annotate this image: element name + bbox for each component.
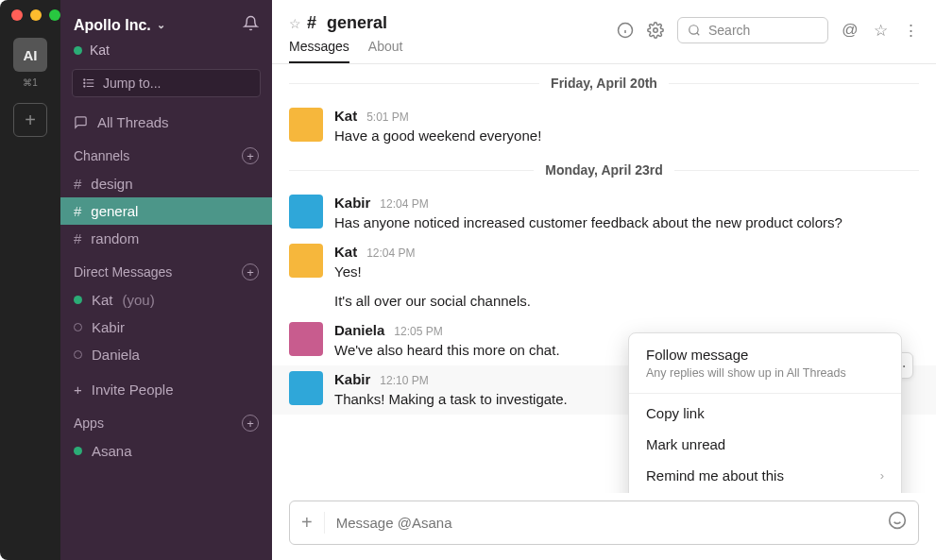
search-input[interactable]: Search — [677, 17, 828, 43]
search-placeholder: Search — [708, 23, 750, 38]
more-vertical-icon[interactable]: ⋮ — [902, 22, 919, 39]
app-item-asana[interactable]: Asana — [60, 437, 272, 465]
channel-item-design[interactable]: #design — [60, 170, 272, 197]
dm-label: Daniela — [92, 347, 140, 363]
avatar[interactable] — [289, 244, 323, 278]
workspace-shortcut-label: ⌘1 — [23, 77, 38, 88]
sidebar: Apollo Inc. ⌄ Kat Jump to... All Threads… — [60, 0, 272, 560]
info-icon[interactable] — [617, 22, 634, 39]
all-threads-link[interactable]: All Threads — [60, 109, 272, 136]
avatar[interactable] — [289, 371, 323, 405]
threads-icon — [74, 115, 88, 129]
avatar[interactable] — [289, 322, 323, 356]
channel-item-general[interactable]: #general — [60, 197, 272, 225]
composer-input[interactable] — [336, 515, 876, 531]
presence-indicator-icon — [74, 350, 82, 359]
channel-label: random — [91, 230, 139, 246]
message-context-menu: Follow message Any replies will show up … — [628, 332, 902, 493]
channels-header: Channels + — [60, 136, 272, 170]
star-icon[interactable]: ☆ — [289, 16, 301, 31]
menu-mark-unread[interactable]: Mark unread — [629, 429, 901, 460]
message-composer[interactable]: + — [289, 501, 919, 545]
svg-point-10 — [689, 25, 698, 34]
tab-messages[interactable]: Messages — [289, 39, 349, 63]
message-author[interactable]: Kat — [334, 108, 357, 124]
message-author[interactable]: Daniela — [334, 322, 384, 338]
hash-icon: # — [74, 203, 81, 219]
jump-to-input[interactable]: Jump to... — [72, 69, 261, 97]
svg-line-11 — [697, 33, 700, 36]
mentions-icon[interactable]: @ — [842, 22, 859, 39]
message-item: Kabir12:04 PM Has anyone noticed increas… — [272, 189, 936, 238]
message-author[interactable]: Kabir — [334, 371, 370, 387]
menu-label: Copy link — [646, 405, 705, 421]
tab-about[interactable]: About — [368, 39, 403, 63]
dm-item-kabir[interactable]: Kabir — [60, 314, 272, 341]
star-outline-icon[interactable]: ☆ — [872, 22, 889, 39]
add-app-button[interactable]: + — [242, 415, 259, 432]
menu-label: Mark unread — [646, 436, 725, 452]
search-icon — [688, 24, 701, 37]
menu-label: Follow message — [646, 347, 748, 363]
svg-point-12 — [890, 513, 906, 529]
svg-point-5 — [84, 86, 85, 87]
channel-title[interactable]: ☆ # general — [289, 13, 402, 33]
hash-icon: # — [74, 176, 81, 192]
svg-point-3 — [84, 79, 85, 80]
message-time: 12:05 PM — [394, 325, 442, 338]
settings-gear-icon[interactable] — [647, 22, 664, 39]
composer-attach-button[interactable]: + — [301, 512, 325, 534]
message-author[interactable]: Kabir — [334, 195, 370, 211]
dm-header-label: Direct Messages — [74, 264, 172, 280]
current-user-row: Kat — [60, 42, 272, 69]
message-text: Yes! — [334, 262, 919, 281]
menu-follow-subtitle: Any replies will show up in All Threads — [629, 366, 901, 389]
date-divider: Monday, April 23rd — [272, 162, 936, 178]
minimize-window-icon[interactable] — [30, 9, 42, 21]
message-time: 12:04 PM — [380, 197, 428, 211]
notifications-icon[interactable] — [243, 15, 259, 35]
dm-label: Kat — [92, 292, 113, 308]
message-time: 12:10 PM — [380, 374, 428, 387]
message-text: Has anyone noticed increased customer fe… — [334, 212, 919, 232]
date-label: Friday, April 20th — [539, 76, 669, 91]
close-window-icon[interactable] — [11, 9, 23, 21]
dm-item-daniela[interactable]: Daniela — [60, 341, 272, 368]
menu-pin-conversation[interactable]: Pin to this conversation … — [629, 491, 901, 493]
chevron-right-icon: › — [880, 468, 884, 483]
main-pane: ☆ # general Messages About Search @ ☆ ⋮ … — [272, 0, 936, 560]
zoom-window-icon[interactable] — [49, 9, 60, 21]
message-time: 12:04 PM — [366, 246, 415, 260]
add-dm-button[interactable]: + — [242, 263, 259, 280]
channel-name-text: general — [327, 13, 387, 33]
channel-label: general — [91, 203, 138, 219]
message-author[interactable]: Kat — [334, 244, 357, 260]
menu-remind-me[interactable]: Remind me about this› — [629, 460, 901, 491]
svg-point-4 — [84, 82, 85, 83]
channel-item-random[interactable]: #random — [60, 225, 272, 252]
window-traffic-lights — [11, 9, 60, 21]
search-list-icon — [82, 76, 95, 90]
svg-point-9 — [654, 28, 658, 33]
workspace-switcher-item[interactable]: AI — [13, 38, 47, 72]
invite-people-link[interactable]: +Invite People — [60, 376, 272, 403]
message-text: Have a good weekend everyone! — [334, 126, 919, 145]
message-text: It's all over our social channels. — [334, 291, 919, 311]
presence-indicator-icon — [74, 447, 82, 455]
invite-label: Invite People — [92, 382, 174, 398]
avatar[interactable] — [289, 108, 323, 142]
menu-copy-link[interactable]: Copy link — [629, 398, 901, 429]
app-label: Asana — [92, 443, 132, 459]
chevron-down-icon: ⌄ — [157, 19, 165, 31]
add-workspace-button[interactable]: + — [13, 103, 47, 137]
dm-item-kat[interactable]: Kat (you) — [60, 286, 272, 314]
channel-name-label: # — [307, 13, 321, 33]
emoji-picker-icon[interactable] — [888, 511, 907, 535]
plus-icon: + — [74, 382, 82, 398]
presence-indicator-icon — [74, 46, 82, 55]
avatar[interactable] — [289, 195, 323, 229]
message-item: Kat5:01 PM Have a good weekend everyone! — [272, 102, 936, 151]
channel-header: ☆ # general Messages About Search @ ☆ ⋮ — [272, 0, 936, 64]
add-channel-button[interactable]: + — [242, 147, 259, 164]
workspace-name-button[interactable]: Apollo Inc. ⌄ — [74, 17, 165, 34]
